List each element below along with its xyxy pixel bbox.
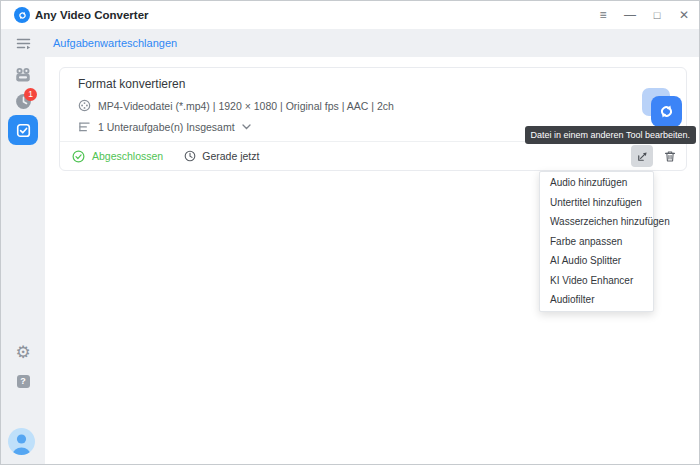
edit-in-other-tool-button[interactable]	[631, 145, 653, 167]
sidebar-item-video-converter-icon[interactable]	[1, 67, 45, 83]
delete-button[interactable]	[659, 145, 681, 167]
app-window: Any Video Converter ≡ — □ ✕	[0, 0, 700, 465]
format-reel-icon	[78, 99, 91, 112]
subtasks-label: 1 Unteraufgabe(n) Insgesamt	[98, 121, 235, 133]
time-wrap: Gerade jetzt	[184, 150, 259, 162]
status-bar: Abgeschlossen Gerade jetzt	[60, 141, 686, 170]
convert-tool-button[interactable]	[651, 96, 682, 127]
subtasks-list-icon	[78, 121, 91, 133]
menu-item-audio-filter[interactable]: Audiofilter	[540, 290, 653, 310]
window-controls: ≡ — □ ✕	[596, 1, 691, 29]
external-edit-icon	[635, 149, 650, 164]
file-info-text: MP4-Videodatei (*.mp4) | 1920 × 1080 | O…	[98, 100, 394, 112]
menu-item-adjust-color[interactable]: Farbe anpassen	[540, 232, 653, 252]
menu-item-add-watermark[interactable]: Wasserzeichen hinzufügen	[540, 212, 653, 232]
status-label: Abgeschlossen	[92, 150, 163, 162]
app-menu-icon[interactable]: ≡	[596, 7, 610, 23]
sidebar: 1 ⚙ ?	[1, 29, 45, 465]
task-title: Format konvertieren	[78, 77, 185, 91]
subtasks-row[interactable]: 1 Unteraufgabe(n) Insgesamt	[78, 121, 251, 133]
menu-item-ai-audio-splitter[interactable]: AI Audio Splitter	[540, 251, 653, 271]
minimize-icon[interactable]: —	[623, 7, 637, 23]
sidebar-item-queue-icon[interactable]	[1, 37, 45, 50]
app-title: Any Video Converter	[35, 1, 149, 29]
app-logo-icon	[14, 7, 30, 23]
title-bar: Any Video Converter ≡ — □ ✕	[1, 1, 699, 29]
card-actions	[631, 145, 681, 167]
menu-item-ki-video-enhancer[interactable]: KI Video Enhancer	[540, 271, 653, 291]
notification-badge: 1	[24, 88, 37, 101]
sidebar-item-history-icon[interactable]	[1, 93, 45, 110]
chevron-down-icon	[242, 124, 251, 130]
menu-item-add-subtitle[interactable]: Untertitel hinzufügen	[540, 193, 653, 213]
menu-item-add-audio[interactable]: Audio hinzufügen	[540, 173, 653, 193]
time-label: Gerade jetzt	[202, 150, 259, 162]
settings-gear-icon[interactable]: ⚙	[1, 344, 45, 361]
tooltip: Datei in einem anderen Tool bearbeiten.	[525, 126, 696, 144]
help-icon[interactable]: ?	[1, 375, 45, 388]
trash-icon	[663, 149, 677, 164]
user-avatar[interactable]	[8, 428, 35, 455]
convert-sync-icon	[657, 102, 676, 121]
maximize-icon[interactable]: □	[650, 7, 664, 23]
success-check-icon	[72, 150, 85, 163]
time-clock-icon	[184, 150, 196, 162]
sidebar-item-task-queue-active[interactable]	[8, 115, 38, 145]
tab-task-queues[interactable]: Aufgabenwarteschlangen	[53, 29, 177, 57]
task-card: Format konvertieren MP4-Videodatei (*.mp…	[59, 67, 687, 171]
file-info-row: MP4-Videodatei (*.mp4) | 1920 × 1080 | O…	[78, 99, 394, 112]
edit-tools-menu: Audio hinzufügen Untertitel hinzufügen W…	[539, 171, 654, 312]
close-icon[interactable]: ✕	[677, 7, 691, 23]
